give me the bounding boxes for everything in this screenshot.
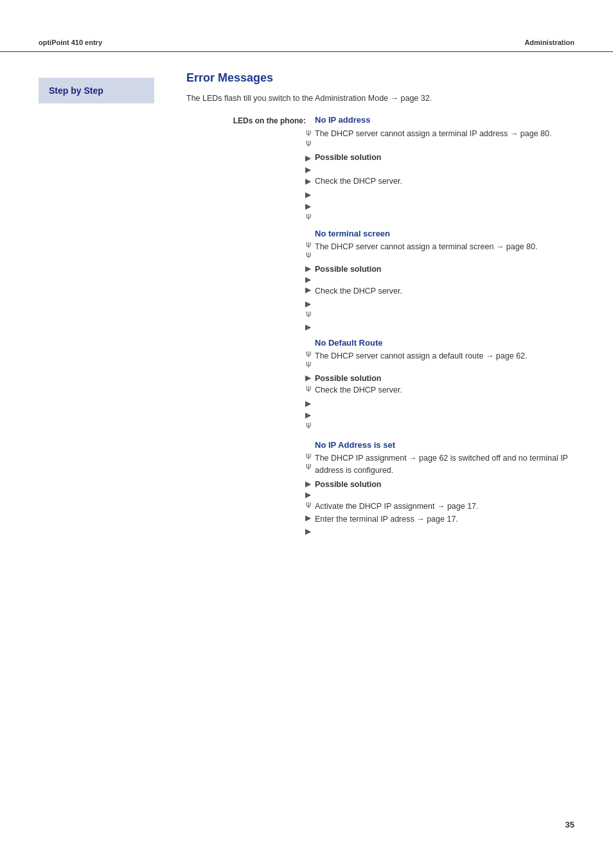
no-ip-solution-text-row: ▶ Check the DHCP server. — [186, 175, 574, 188]
sidebar: Step by Step — [39, 65, 180, 537]
led-icon-6: Ψ — [306, 310, 311, 321]
no-ip-set-solution2-row: ▶ Enter the terminal IP adress → page 17… — [186, 513, 574, 526]
led-icon-4: Ψ — [306, 241, 311, 251]
no-terminal-extra-icons: ▶ Ψ ▶ — [186, 298, 574, 333]
led-icon-8: Ψ — [306, 360, 311, 371]
no-ip-heading: No IP address — [315, 115, 370, 125]
no-ip-set-description-row: Ψ Ψ The DHCP IP assignment → page 62 is … — [186, 452, 574, 477]
step-by-step-box: Step by Step — [39, 78, 154, 103]
arrow-icon-8: ▶ — [305, 285, 311, 294]
no-default-route-extra-icons: ▶ ▶ Ψ — [186, 398, 574, 432]
leds-row-no-ip: LEDs on the phone: No IP address — [186, 115, 574, 125]
leds-label-cell: LEDs on the phone: — [186, 115, 315, 125]
led-icon-10: Ψ — [306, 421, 311, 432]
no-terminal-description-row: Ψ Ψ The DHCP server cannot assign a term… — [186, 241, 574, 261]
no-default-route-ps-row: ▶ Possible solution — [186, 373, 574, 383]
header-right: Administration — [524, 39, 574, 46]
led-icon-5: Ψ — [306, 251, 311, 261]
led-icon-2: Ψ — [306, 139, 311, 150]
arrow-icon-3: ▶ — [305, 177, 311, 186]
no-terminal-ps-row: ▶ Possible solution — [186, 264, 574, 274]
no-ip-description-row: Ψ Ψ The DHCP server cannot assign a term… — [186, 128, 574, 150]
no-ip-ps-label: Possible solution — [315, 153, 382, 162]
section-title: Error Messages — [186, 71, 574, 85]
arrow-icon-9: ▶ — [305, 298, 311, 310]
led-icon-12: Ψ — [306, 463, 311, 473]
intro-text: The LEDs flash till you switch to the Ad… — [186, 93, 574, 105]
arrow-icon-10: ▶ — [305, 321, 311, 333]
no-terminal-solution-text-row: ▶ Check the DHCP server. — [186, 285, 574, 297]
arrow-icon-5: ▶ — [305, 200, 311, 212]
no-default-route-ps-arrow2: Ψ Check the DHCP server. — [186, 384, 574, 396]
no-ip-possible-solution-row: ▶ Possible solution — [186, 152, 574, 163]
arrow-icon-2: ▶ — [305, 165, 311, 174]
no-ip-set-heading: No IP Address is set — [315, 440, 395, 450]
main-content: Error Messages The LEDs flash till you s… — [180, 65, 574, 537]
no-default-route-heading-row: No Default Route — [186, 338, 574, 348]
no-terminal-heading: No terminal screen — [315, 229, 390, 238]
no-ip-set-solution1-row: Ψ Activate the DHCP IP assignment → page… — [186, 500, 574, 513]
no-default-route-description-row: Ψ Ψ The DHCP server cannot assign a defa… — [186, 350, 574, 371]
led-icon-9: Ψ — [306, 384, 311, 396]
no-default-route-ps-label: Possible solution — [315, 374, 382, 383]
arrow-icon-17: ▶ — [305, 527, 311, 536]
no-default-route-heading: No Default Route — [315, 338, 382, 348]
no-terminal-heading-row: No terminal screen — [186, 229, 574, 238]
arrow-icon-13: ▶ — [305, 409, 311, 421]
step-by-step-label: Step by Step — [49, 85, 103, 96]
no-ip-heading-row: No IP address — [315, 115, 574, 125]
page-number-container: 35 — [565, 820, 574, 829]
arrow-icon-7: ▶ — [305, 275, 311, 284]
arrow-icon-15: ▶ — [305, 490, 311, 499]
led-icon-1: Ψ — [306, 129, 311, 139]
arrow-icon-6: ▶ — [305, 264, 311, 273]
led-icon-13: Ψ — [306, 500, 311, 512]
no-ip-set-ps-label: Possible solution — [315, 480, 382, 489]
no-ip-description-text: The DHCP server cannot assign a terminal… — [315, 128, 574, 140]
arrow-icon-14: ▶ — [305, 479, 311, 488]
no-ip-set-ps-arrow2: ▶ — [186, 490, 574, 499]
page-content: Step by Step Error Messages The LEDs fla… — [0, 65, 613, 537]
led-icon-7: Ψ — [306, 350, 311, 360]
no-ip-set-heading-row: No IP Address is set — [186, 440, 574, 450]
arrow-icon-4: ▶ — [305, 189, 311, 200]
no-ip-set-extra-arrow: ▶ — [186, 527, 574, 536]
header-left: optiPoint 410 entry — [39, 39, 102, 46]
led-icon-3: Ψ — [306, 212, 311, 224]
no-terminal-ps-label: Possible solution — [315, 265, 382, 274]
page-number: 35 — [565, 820, 574, 829]
no-ip-solution-arrow-row: ▶ — [186, 164, 574, 174]
no-ip-extra-arrows: ▶ ▶ Ψ — [186, 189, 574, 224]
arrow-icon-16: ▶ — [305, 513, 311, 522]
page-header: optiPoint 410 entry Administration — [0, 0, 613, 52]
arrow-icon-12: ▶ — [305, 398, 311, 409]
no-ip-set-ps-row: ▶ Possible solution — [186, 479, 574, 489]
arrow-icon-1: ▶ — [305, 154, 311, 163]
led-icon-11: Ψ — [306, 452, 311, 463]
no-terminal-ps-arrow2: ▶ — [186, 275, 574, 284]
arrow-icon-11: ▶ — [305, 373, 311, 382]
